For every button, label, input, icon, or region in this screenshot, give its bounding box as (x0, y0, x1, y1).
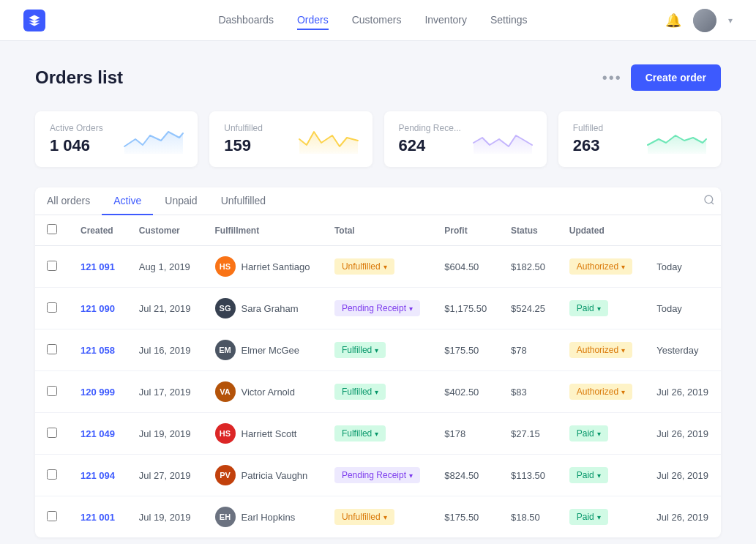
fulfillment-badge-6[interactable]: Unfulfilled ▾ (334, 509, 394, 525)
order-updated-6: Jul 26, 2019 (645, 496, 721, 538)
order-id-link-2[interactable]: 121 058 (81, 345, 115, 356)
tab-active[interactable]: Active (102, 187, 153, 215)
order-updated-3: Jul 26, 2019 (645, 371, 721, 413)
order-total-4: $178 (433, 413, 499, 455)
logo[interactable] (23, 10, 45, 31)
status-dropdown-5: ▾ (597, 472, 601, 480)
avatar[interactable] (693, 9, 716, 32)
order-id-link-5[interactable]: 121 094 (81, 470, 115, 481)
row-checkbox-0[interactable] (47, 261, 57, 271)
stat-info-3: Fulfilled 263 (573, 123, 603, 155)
row-checkbox-3[interactable] (47, 386, 57, 396)
customer-name-2: Elmer McGee (242, 345, 299, 356)
status-dropdown-1: ▾ (597, 305, 601, 313)
fulfillment-dropdown-2: ▾ (375, 346, 378, 354)
status-badge-3[interactable]: Authorized ▾ (569, 384, 632, 400)
stat-chart-3 (648, 124, 706, 154)
customer-name-0: Harriet Santiago (242, 261, 310, 272)
customer-cell-5: PV Patricia Vaughn (215, 465, 311, 485)
tab-unpaid[interactable]: Unpaid (153, 187, 209, 215)
col-header-customer: Customer (127, 215, 203, 246)
order-id-link-6[interactable]: 121 001 (81, 512, 115, 523)
bell-icon[interactable]: 🔔 (665, 12, 681, 29)
customer-avatar-5: PV (215, 465, 236, 485)
row-checkbox-1[interactable] (47, 302, 57, 313)
customer-cell-0: HS Harriet Santiago (215, 256, 311, 277)
stat-value-3: 263 (573, 136, 603, 155)
customer-avatar-0: HS (215, 256, 236, 277)
tab-unfulfilled[interactable]: Unfulfilled (209, 187, 277, 215)
nav-link-inventory[interactable]: Inventory (424, 11, 467, 30)
customer-avatar-4: HS (215, 423, 236, 444)
stat-value-2: 624 (399, 136, 461, 155)
customer-cell-3: VA Victor Arnold (215, 381, 311, 402)
stat-cards: Active Orders 1 046 Unfulfilled 159 (35, 111, 721, 167)
customer-name-6: Earl Hopkins (242, 512, 296, 523)
stat-value-1: 159 (224, 136, 263, 155)
order-created-2: Jul 16, 2019 (127, 329, 203, 371)
search-icon (703, 194, 715, 206)
more-options-button[interactable]: ••• (602, 70, 622, 86)
row-checkbox-2[interactable] (47, 344, 57, 354)
status-dropdown-4: ▾ (597, 430, 601, 438)
stat-label-0: Active Orders (50, 123, 103, 133)
nav-link-orders[interactable]: Orders (297, 11, 329, 30)
order-updated-0: Today (645, 246, 721, 288)
row-checkbox-5[interactable] (47, 469, 57, 480)
status-badge-2[interactable]: Authorized ▾ (569, 342, 632, 358)
select-all-checkbox[interactable] (47, 224, 57, 234)
table-row: 121 090Jul 21, 2019 SG Sara Graham Pendi… (35, 288, 721, 329)
fulfillment-badge-0[interactable]: Unfulfilled ▾ (334, 258, 394, 275)
order-profit-3: $83 (499, 371, 558, 413)
status-badge-5[interactable]: Paid ▾ (569, 467, 608, 483)
order-profit-0: $182.50 (499, 246, 558, 288)
table-header: CreatedCustomerFulfillmentTotalProfitSta… (35, 215, 721, 246)
fulfillment-badge-5[interactable]: Pending Receipt ▾ (334, 467, 420, 483)
col-header-order-id (35, 215, 69, 246)
order-id-link-1[interactable]: 121 090 (81, 303, 115, 314)
fulfillment-dropdown-6: ▾ (383, 513, 387, 521)
nav-link-dashboards[interactable]: Dashboards (218, 11, 274, 30)
order-created-0: Aug 1, 2019 (127, 246, 203, 288)
stat-card-1: Unfulfilled 159 (209, 111, 372, 167)
order-id-link-4[interactable]: 121 049 (81, 428, 115, 439)
main-content: Orders list ••• Create order Active Orde… (0, 41, 756, 544)
status-badge-6[interactable]: Paid ▾ (569, 509, 608, 525)
tab-all-orders[interactable]: All orders (35, 187, 102, 215)
col-header-fulfillment: Fulfillment (203, 215, 323, 246)
table-row: 120 999Jul 17, 2019 VA Victor Arnold Ful… (35, 371, 721, 413)
customer-name-5: Patricia Vaughn (242, 470, 308, 481)
page-header: Orders list ••• Create order (35, 64, 721, 91)
order-created-4: Jul 19, 2019 (127, 413, 203, 455)
status-badge-1[interactable]: Paid ▾ (569, 300, 608, 316)
order-id-link-0[interactable]: 121 091 (81, 261, 115, 272)
search-button[interactable] (697, 188, 721, 215)
table-row: 121 058Jul 16, 2019 EM Elmer McGee Fulfi… (35, 329, 721, 371)
user-caret[interactable]: ▾ (728, 15, 733, 26)
fulfillment-badge-4[interactable]: Fulfilled ▾ (334, 425, 386, 441)
order-total-5: $824.50 (433, 455, 499, 496)
row-checkbox-6[interactable] (47, 511, 57, 521)
fulfillment-badge-3[interactable]: Fulfilled ▾ (334, 384, 386, 400)
nav-links: DashboardsOrdersCustomersInventorySettin… (81, 11, 665, 30)
nav-link-customers[interactable]: Customers (352, 11, 402, 30)
order-id-link-3[interactable]: 120 999 (81, 387, 115, 398)
orders-table: CreatedCustomerFulfillmentTotalProfitSta… (35, 215, 721, 537)
fulfillment-badge-1[interactable]: Pending Receipt ▾ (334, 300, 420, 316)
orders-table-panel: All ordersActiveUnpaidUnfulfilled Create… (35, 187, 721, 537)
status-dropdown-3: ▾ (621, 388, 625, 396)
table-row: 121 001Jul 19, 2019 EH Earl Hopkins Unfu… (35, 496, 721, 538)
stat-info-0: Active Orders 1 046 (50, 123, 103, 155)
status-badge-4[interactable]: Paid ▾ (569, 425, 608, 441)
fulfillment-badge-2[interactable]: Fulfilled ▾ (334, 342, 386, 358)
table-row: 121 091Aug 1, 2019 HS Harriet Santiago U… (35, 246, 721, 288)
row-checkbox-4[interactable] (47, 428, 57, 438)
create-order-button[interactable]: Create order (631, 64, 721, 91)
fulfillment-dropdown-3: ▾ (375, 388, 378, 396)
stat-value-0: 1 046 (50, 136, 103, 155)
navbar-right: 🔔 ▾ (665, 9, 733, 32)
nav-link-settings[interactable]: Settings (490, 11, 528, 30)
status-badge-0[interactable]: Authorized ▾ (569, 258, 632, 275)
stat-chart-1 (299, 124, 358, 154)
order-total-2: $175.50 (433, 329, 499, 371)
